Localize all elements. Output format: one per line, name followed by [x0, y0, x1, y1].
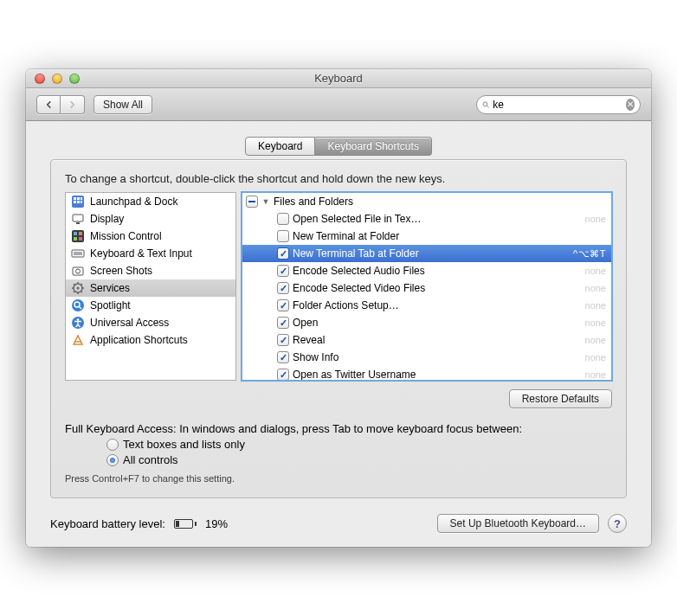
- svg-rect-13: [79, 232, 82, 235]
- search-icon: [482, 99, 489, 110]
- service-checkbox[interactable]: [277, 265, 289, 277]
- spotlight-icon: [71, 298, 85, 312]
- service-checkbox[interactable]: [277, 317, 289, 329]
- category-row[interactable]: Universal Access: [66, 314, 235, 331]
- radio-all-controls[interactable]: All controls: [106, 453, 612, 466]
- service-label: Folder Actions Setup…: [293, 299, 582, 311]
- shortcut-none: none: [585, 369, 606, 380]
- category-row[interactable]: Application Shortcuts: [66, 331, 235, 349]
- category-label: Screen Shots: [90, 265, 152, 277]
- category-row[interactable]: Keyboard & Text Input: [66, 245, 235, 262]
- svg-rect-9: [73, 215, 83, 221]
- svg-rect-6: [74, 201, 76, 203]
- group-header-row[interactable]: ▼Files and Folders: [242, 193, 611, 210]
- category-row[interactable]: Launchpad & Dock: [66, 193, 235, 210]
- svg-line-28: [81, 292, 83, 293]
- titlebar[interactable]: Keyboard: [26, 69, 651, 88]
- svg-rect-5: [81, 197, 82, 200]
- service-checkbox[interactable]: [277, 282, 289, 294]
- shortcut-row[interactable]: New Terminal Tab at Folder^⌥⌘T: [242, 245, 611, 262]
- help-button[interactable]: ?: [608, 514, 627, 533]
- service-label: New Terminal at Folder: [293, 230, 606, 242]
- back-button[interactable]: [36, 95, 61, 114]
- universal-icon: [71, 316, 85, 330]
- service-checkbox[interactable]: [277, 230, 289, 242]
- radio-icon: [106, 439, 119, 451]
- service-checkbox[interactable]: [277, 299, 289, 311]
- shortcut-row[interactable]: Encode Selected Audio Filesnone: [242, 262, 611, 279]
- service-checkbox[interactable]: [277, 369, 289, 381]
- zoom-button[interactable]: [69, 74, 80, 84]
- service-label: Open as Twitter Username: [293, 369, 582, 381]
- minimize-button[interactable]: [52, 74, 62, 84]
- shortcut-none: none: [585, 266, 606, 276]
- svg-point-0: [483, 101, 487, 106]
- category-label: Keyboard & Text Input: [90, 247, 192, 260]
- shortcut-row[interactable]: Folder Actions Setup…none: [242, 297, 611, 314]
- category-label: Launchpad & Dock: [90, 196, 177, 208]
- instruction-text: To change a shortcut, double-click the s…: [65, 172, 612, 185]
- category-row[interactable]: Mission Control: [66, 228, 235, 245]
- svg-rect-12: [74, 232, 77, 235]
- content-area: Keyboard Keyboard Shortcuts To change a …: [26, 121, 651, 547]
- shortcut-row[interactable]: Open as Twitter Usernamenone: [242, 366, 611, 381]
- bluetooth-setup-button[interactable]: Set Up Bluetooth Keyboard…: [437, 514, 599, 533]
- svg-point-22: [77, 287, 80, 290]
- radio-icon: [106, 454, 119, 466]
- window-title: Keyboard: [26, 72, 651, 85]
- svg-rect-4: [77, 197, 80, 200]
- shortcut-none: none: [585, 214, 606, 224]
- shortcut-none: none: [585, 283, 606, 293]
- svg-rect-7: [77, 201, 80, 203]
- svg-rect-19: [73, 267, 83, 275]
- shortcut-none: none: [585, 335, 606, 345]
- category-list[interactable]: Launchpad & DockDisplayMission ControlKe…: [65, 192, 236, 381]
- shortcut-row[interactable]: Revealnone: [242, 331, 611, 349]
- category-row[interactable]: Services: [66, 279, 235, 297]
- shortcut-keys[interactable]: ^⌥⌘T: [573, 248, 606, 260]
- shortcut-row[interactable]: New Terminal at Folder: [242, 228, 611, 245]
- shortcut-list[interactable]: ▼Files and FoldersOpen Selected File in …: [242, 192, 612, 381]
- forward-button[interactable]: [61, 95, 85, 114]
- gear-icon: [71, 281, 85, 295]
- shortcut-row[interactable]: Show Infonone: [242, 349, 611, 366]
- category-row[interactable]: Screen Shots: [66, 262, 235, 279]
- shortcut-none: none: [585, 300, 606, 311]
- service-label: Encode Selected Video Files: [293, 282, 582, 294]
- category-row[interactable]: Spotlight: [66, 297, 235, 314]
- group-label: Files and Folders: [274, 196, 606, 208]
- battery-label: Keyboard battery level:: [50, 517, 165, 530]
- group-checkbox[interactable]: [246, 196, 258, 208]
- shortcut-row[interactable]: Encode Selected Video Filesnone: [242, 279, 611, 297]
- category-row[interactable]: Display: [66, 210, 235, 228]
- service-checkbox[interactable]: [277, 247, 289, 260]
- tab-shortcuts[interactable]: Keyboard Shortcuts: [315, 137, 431, 156]
- service-label: Open: [293, 317, 582, 329]
- shortcut-row[interactable]: Opennone: [242, 314, 611, 331]
- svg-rect-14: [74, 237, 77, 241]
- restore-defaults-button[interactable]: Restore Defaults: [509, 389, 612, 408]
- svg-rect-10: [76, 222, 80, 224]
- svg-line-30: [81, 284, 83, 286]
- radio-text-boxes-only[interactable]: Text boxes and lists only: [106, 438, 612, 451]
- show-all-button[interactable]: Show All: [93, 95, 152, 114]
- svg-rect-8: [81, 201, 82, 203]
- clear-search-button[interactable]: ✕: [626, 99, 635, 111]
- service-checkbox[interactable]: [277, 334, 289, 346]
- service-checkbox[interactable]: [277, 213, 289, 225]
- service-checkbox[interactable]: [277, 351, 289, 363]
- shortcut-row[interactable]: Open Selected File in Tex…none: [242, 210, 611, 228]
- search-field[interactable]: ✕: [476, 95, 641, 114]
- service-label: Reveal: [293, 334, 582, 346]
- category-label: Display: [90, 213, 124, 225]
- service-label: Open Selected File in Tex…: [293, 213, 582, 225]
- tab-keyboard[interactable]: Keyboard: [245, 137, 315, 156]
- svg-line-29: [74, 292, 75, 293]
- keyboard-icon: [71, 247, 85, 260]
- full-keyboard-access-label: Full Keyboard Access: In windows and dia…: [65, 422, 612, 435]
- battery-icon: [174, 519, 197, 529]
- disclosure-triangle-icon[interactable]: ▼: [261, 197, 270, 206]
- close-button[interactable]: [35, 74, 45, 84]
- category-label: Spotlight: [90, 299, 131, 311]
- search-input[interactable]: [493, 99, 622, 111]
